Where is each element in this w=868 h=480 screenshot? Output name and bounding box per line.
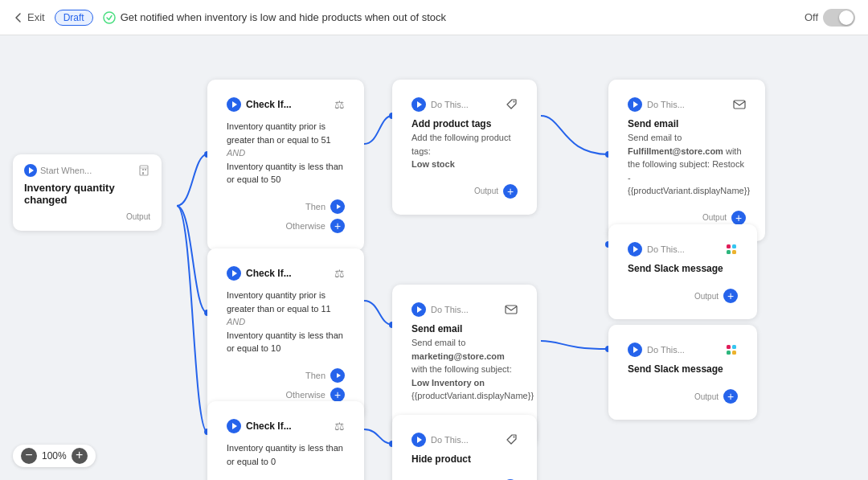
do-circle-4 [411, 302, 426, 317]
start-when-label: Start When... [40, 166, 92, 175]
do-node-2-body: Send email Send email to Fulfillment@sto… [618, 115, 755, 207]
do-node-3-output: Output + [618, 285, 747, 310]
branch-controls-3: Then Otherwise + [217, 476, 354, 480]
output-plus-2[interactable]: + [731, 211, 746, 225]
start-label: Start When... [24, 164, 92, 177]
svg-rect-12 [145, 169, 146, 170]
then-row-2: Then [227, 367, 345, 384]
output-text: Output [126, 212, 150, 221]
do-label-6: Do This... [431, 435, 469, 445]
svg-point-15 [514, 101, 515, 103]
toggle-switch[interactable] [823, 9, 855, 27]
do-node-3-title: Send Slack message [628, 263, 738, 274]
condition2-2-text: Inventory quantity is less than or equal… [227, 329, 345, 355]
check-node-2: Check If... ⚖ Inventory quantity prior i… [207, 248, 364, 420]
do-node-5-output: Output + [618, 386, 747, 410]
do-label-5: Do This... [647, 345, 685, 355]
check-node-2-title: Check If... [246, 268, 292, 279]
svg-rect-25 [732, 351, 736, 355]
output-text-3: Output [694, 292, 719, 301]
do-label-2: Do This... [647, 100, 685, 109]
condition1-text: Inventory quantity prior is greater than… [227, 120, 345, 146]
condition1-3-text: Inventory quantity is less than or equal… [227, 441, 345, 468]
then-row-1: Then [227, 198, 345, 215]
then-label-1: Then [305, 202, 326, 211]
svg-rect-19 [727, 250, 731, 254]
output-text-2: Output [702, 213, 727, 222]
do-node-3: Do This... Send Slack message Output + [608, 224, 757, 319]
do-node-1-title: Add product tags [411, 118, 518, 129]
start-node-title: Inventory quantity changed [24, 182, 150, 206]
do-circle-6 [411, 433, 426, 447]
do-node-2: Do This... Send email Send email to Fulf… [608, 80, 765, 241]
check-node-3: Check If... ⚖ Inventory quantity is less… [207, 401, 364, 480]
check-node-1-body: Inventory quantity prior is greater than… [217, 117, 354, 195]
and-label-2: AND [227, 315, 345, 329]
exit-label: Exit [27, 11, 45, 23]
output-text-1: Output [474, 187, 498, 195]
do-circle-5 [628, 343, 642, 357]
email-icon-1 [733, 98, 746, 111]
zoom-out-button[interactable]: − [21, 448, 37, 464]
do-node-6-body: Hide product [402, 450, 527, 476]
do-node-1: Do This... Add product tags Add the foll… [392, 80, 537, 215]
do-node-5-title: Send Slack message [628, 363, 738, 375]
zoom-controls: − 100% + [13, 445, 96, 467]
and-label-1: AND [227, 146, 345, 160]
then-dot-2[interactable] [330, 368, 345, 383]
play-icon [24, 164, 37, 177]
output-plus-5[interactable]: + [723, 389, 738, 404]
do-node-2-title: Send email [628, 118, 746, 129]
zoom-in-button[interactable]: + [72, 448, 88, 464]
otherwise-plus-2[interactable]: + [330, 388, 345, 402]
otherwise-label-1: Otherwise [285, 221, 326, 231]
slack-icon-2 [725, 343, 738, 356]
filter-icon-3: ⚖ [334, 420, 345, 433]
check-circle-2 [227, 266, 241, 281]
check-node-3-body: Inventory quantity is less than or equal… [217, 438, 354, 476]
check-circle-3 [227, 419, 241, 433]
toggle-area: Off [805, 9, 855, 27]
do-circle-3 [628, 242, 642, 256]
do-node-3-body: Send Slack message [618, 260, 747, 285]
exit-button[interactable]: Exit [13, 11, 45, 23]
do-node-1-sub: Add the following product tags:Low stock [411, 131, 518, 171]
svg-rect-24 [727, 351, 731, 355]
do-label-1: Do This... [431, 100, 469, 109]
check-node-1-title: Check If... [246, 99, 292, 110]
toggle-label: Off [805, 11, 818, 23]
exit-icon [13, 12, 24, 23]
check-circle-1 [227, 97, 241, 112]
svg-rect-16 [734, 101, 745, 109]
tag-icon-1 [505, 98, 518, 111]
otherwise-plus-1[interactable]: + [330, 219, 345, 233]
start-node: Start When... Inventory quantity changed… [13, 154, 162, 231]
branch-controls-1: Then Otherwise + [217, 195, 354, 241]
output-plus-1[interactable]: + [503, 184, 518, 199]
do-node-6-output: Output + [402, 476, 527, 480]
check-node-3-title: Check If... [246, 421, 292, 432]
tag-icon-2 [505, 433, 518, 446]
do-node-2-sub: Send email to Fulfillment@store.com with… [628, 131, 746, 198]
email-icon-2 [505, 303, 518, 316]
check-node-2-body: Inventory quantity prior is greater than… [217, 285, 354, 363]
condition1-2-text: Inventory quantity prior is greater than… [227, 289, 345, 315]
svg-point-0 [104, 12, 115, 23]
topbar-title-area: Get notified when inventory is low and h… [103, 11, 795, 24]
svg-rect-17 [727, 244, 731, 248]
output-text-5: Output [694, 392, 719, 401]
check-circle-icon [103, 11, 116, 24]
svg-rect-18 [732, 244, 736, 248]
do-node-4-body: Send email Send email to marketing@store… [402, 320, 527, 412]
do-node-1-body: Add product tags Add the following produ… [402, 115, 527, 181]
filter-icon-2: ⚖ [334, 267, 345, 280]
check-node-1: Check If... ⚖ Inventory quantity prior i… [207, 80, 364, 251]
then-dot-1[interactable] [330, 199, 345, 214]
then-label-2: Then [305, 371, 326, 380]
svg-rect-23 [732, 345, 736, 349]
do-node-6: Do This... Hide product Output + [392, 415, 537, 480]
slack-icon-1 [725, 243, 738, 256]
output-plus-3[interactable]: + [723, 289, 738, 303]
svg-rect-20 [732, 250, 736, 254]
otherwise-row-1: Otherwise + [227, 217, 345, 235]
